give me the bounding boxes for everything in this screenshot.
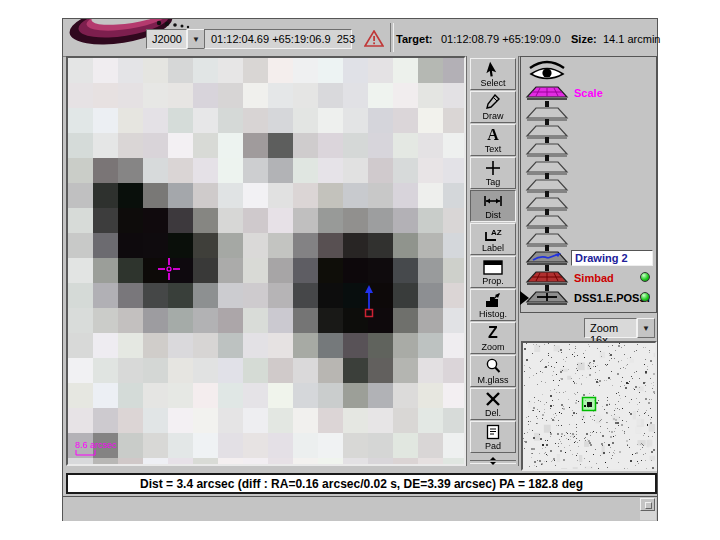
tool-palette: Select Draw A Text Tag Dist AZ Label [466, 56, 519, 466]
zoom-select-value[interactable]: Zoom 16x [584, 318, 637, 338]
dist-tool-button[interactable]: Dist [470, 190, 516, 222]
measurement-overlay [68, 58, 464, 464]
tool-label: Draw [482, 111, 503, 121]
tool-label: Prop. [482, 276, 504, 286]
target-value: 01:12:08.79 +65:19:09.0 [441, 33, 561, 45]
notepad-icon [486, 423, 500, 441]
screenshot-stage: J2000 ▼ 01:12:04.69 +65:19:06.9 253 Targ… [0, 0, 720, 540]
distance-arrow-icon [483, 192, 503, 210]
plus-icon [485, 159, 501, 177]
az-label-icon: AZ [483, 225, 503, 243]
delete-x-icon [485, 390, 501, 408]
measurement-status-bar: Dist = 3.4 arcsec (diff : RA=0.16 arcsec… [66, 473, 657, 494]
sky-image-view[interactable]: 8.6 arcsec [66, 56, 466, 466]
layer-stack-panel: Scale Drawing 2 [520, 56, 657, 313]
position-readout-field[interactable]: 01:12:04.69 +65:19:06.9 253 [204, 29, 352, 49]
console-scroll-button[interactable] [640, 498, 655, 511]
pad-tool-button[interactable]: Pad [470, 421, 516, 453]
tool-label: Dist [485, 210, 501, 220]
top-toolbar: J2000 ▼ 01:12:04.69 +65:19:06.9 253 Targ… [63, 19, 657, 57]
cursor-arrow-icon [485, 60, 501, 78]
overview-finder-panel[interactable] [521, 341, 657, 471]
tag-tool-button[interactable]: Tag [470, 157, 516, 189]
tool-label: M.glass [477, 375, 508, 385]
label-tool-button[interactable]: AZ Label [470, 223, 516, 255]
tool-label: Select [480, 78, 505, 88]
tool-label: Tag [486, 177, 501, 187]
magnifier-tool-button[interactable]: M.glass [470, 355, 516, 387]
measurement-status-text: Dist = 3.4 arcsec (diff : RA=0.16 arcsec… [140, 477, 583, 491]
frame-select-value[interactable]: J2000 [146, 29, 187, 49]
tool-label: Label [482, 243, 504, 253]
chevron-down-icon[interactable]: ▼ [187, 29, 205, 49]
overview-canvas[interactable] [523, 343, 655, 469]
crosshair-marker [158, 258, 180, 280]
visibility-eye-icon[interactable] [527, 58, 567, 82]
delete-tool-button[interactable]: Del. [470, 388, 516, 420]
simbad-status-led[interactable] [640, 272, 650, 282]
aladin-window: J2000 ▼ 01:12:04.69 +65:19:06.9 253 Targ… [62, 18, 658, 521]
properties-tool-button[interactable]: Prop. [470, 256, 516, 288]
dss-status-led[interactable] [640, 292, 650, 302]
toolbar-divider [390, 23, 394, 52]
tool-label: Pad [485, 441, 501, 451]
magnifier-icon [485, 357, 501, 375]
properties-window-icon [483, 258, 503, 276]
layer-scale-label[interactable]: Scale [574, 87, 603, 99]
distance-arrow-marker [365, 285, 373, 317]
letter-a-icon: A [487, 126, 499, 144]
layer-drawing-icon[interactable] [523, 249, 571, 265]
zoom-select[interactable]: Zoom 16x ▼ [584, 318, 655, 338]
target-label: Target: [396, 33, 432, 45]
console-scrollbar[interactable] [640, 498, 656, 520]
select-tool-button[interactable]: Select [470, 58, 516, 90]
size-value: 14.1 arcmin [603, 33, 660, 45]
layer-dss-icon[interactable] [523, 289, 571, 305]
draw-tool-button[interactable]: Draw [470, 91, 516, 123]
layer-simbad-icon[interactable] [523, 269, 571, 285]
layer-simbad-label[interactable]: Simbad [574, 272, 614, 284]
svg-text:AZ: AZ [491, 228, 502, 237]
histogram-tool-button[interactable]: Histog. [470, 289, 516, 321]
tool-label: Text [485, 144, 502, 154]
scale-indicator: 8.6 arcsec [75, 441, 117, 456]
layer-dss-label[interactable]: DSS1.E.POSSI [574, 292, 650, 304]
chevron-down-icon[interactable]: ▼ [637, 318, 655, 338]
size-label: Size: [571, 33, 597, 45]
letter-z-icon: Z [488, 324, 498, 342]
panel-splitter-handle[interactable] [470, 457, 516, 465]
layer-scale-icon[interactable] [523, 84, 571, 100]
splitter-arrows-icon [488, 457, 498, 465]
warning-icon [364, 30, 384, 47]
zoom-tool-button[interactable]: Z Zoom [470, 322, 516, 354]
layer-drawing-name-field[interactable]: Drawing 2 [571, 250, 653, 266]
message-console [63, 496, 657, 521]
scale-indicator-label: 8.6 arcsec [75, 440, 117, 450]
tool-label: Zoom [481, 342, 504, 352]
text-tool-button[interactable]: A Text [470, 124, 516, 156]
frame-select[interactable]: J2000 ▼ [146, 29, 205, 49]
tool-label: Histog. [479, 309, 507, 319]
tool-label: Del. [485, 408, 501, 418]
pencil-icon [485, 93, 501, 111]
histogram-icon [484, 291, 502, 309]
